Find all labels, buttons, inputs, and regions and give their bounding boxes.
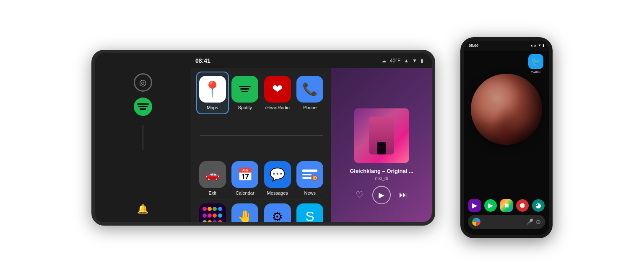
phone-screen: 🐦 Twitter ▶ ▶ ▦ ⏺ ◕ 🎤 ⊙	[464, 51, 549, 235]
scene: 08:41 ☁ 40°F ▲ ▼ ▮ ◎	[66, 29, 578, 247]
messages-icon: 💬	[264, 161, 291, 188]
sidebar-spotify-button[interactable]	[134, 98, 152, 116]
grid-divider-1	[200, 135, 323, 136]
settings-icon: ⚙	[264, 203, 291, 222]
app-reminder[interactable]: 🤚 Reminder	[229, 200, 262, 222]
colorful-app-icon[interactable]: ▦	[500, 199, 513, 212]
weather-icon: ☁	[382, 58, 387, 64]
play-button[interactable]: ▶	[372, 186, 391, 204]
app-calendar[interactable]: 📅 Calendar	[229, 157, 262, 200]
car-display: 08:41 ☁ 40°F ▲ ▼ ▮ ◎	[91, 50, 435, 226]
podcasts-icon	[199, 203, 226, 222]
circle-icon: ◎	[139, 77, 146, 87]
svg-point-6	[314, 177, 316, 178]
maps-label: Maps	[207, 105, 218, 110]
teal-app-icon[interactable]: ◕	[532, 199, 545, 212]
sidebar-divider	[143, 125, 143, 150]
home-button[interactable]: ◎	[134, 73, 152, 92]
status-time: 08:41	[195, 57, 210, 64]
calendar-icon: 📅	[231, 161, 258, 188]
phone-label: Phone	[303, 105, 317, 110]
app-grid: 📍 Maps Spotify ❤	[196, 72, 326, 222]
google-logo	[472, 218, 480, 226]
now-playing-panel: Gleichklang – Original ... niki_di ♡ ▶ ⏭	[331, 68, 432, 222]
playback-controls: ♡ ▶ ⏭	[356, 186, 408, 204]
app-skype[interactable]: S Skype	[294, 200, 327, 222]
spotify-label: Spotify	[238, 105, 252, 110]
news-icon	[296, 161, 323, 188]
iheartradio-icon: ❤	[264, 76, 291, 103]
svg-rect-0	[302, 170, 317, 172]
status-bar: 08:41 ☁ 40°F ▲ ▼ ▮	[95, 53, 432, 68]
phone-battery-icon: ▮	[543, 44, 544, 47]
phone-dock: ▶ ▶ ▦ ⏺ ◕	[464, 199, 549, 212]
spotify-icon	[137, 103, 149, 110]
svg-rect-1	[302, 174, 312, 175]
green-app-icon[interactable]: ▶	[484, 199, 497, 212]
phone-wifi-icon: ▼	[538, 44, 541, 47]
planet-area	[471, 74, 542, 145]
app-spotify[interactable]: Spotify	[229, 72, 262, 114]
google-search-bar[interactable]: 🎤 ⊙	[468, 215, 545, 229]
planet-texture	[471, 74, 542, 145]
app-iheartradio[interactable]: ❤ iHeartRadio	[261, 72, 294, 114]
spotify-bars	[239, 86, 251, 92]
temperature: 40°F	[390, 58, 400, 64]
twitter-icon: 🐦	[528, 54, 543, 69]
search-lens-icon[interactable]: ⊙	[536, 218, 541, 225]
news-label: News	[304, 190, 316, 195]
phone-status-bar: 05:00 ▲▲ ▼ ▮	[464, 41, 549, 51]
app-maps[interactable]: 📍 Maps	[196, 72, 229, 114]
exit-icon: 🚗	[199, 161, 226, 188]
track-artist: niki_di	[350, 176, 413, 181]
phone-signal-icon: ▲▲	[530, 44, 537, 47]
app-exit[interactable]: 🚗 Exit	[196, 157, 229, 200]
skip-button[interactable]: ⏭	[399, 190, 408, 200]
search-mic-icon[interactable]: 🎤	[526, 218, 533, 225]
heart-button[interactable]: ♡	[356, 190, 364, 200]
sidebar-top: ◎	[134, 73, 152, 154]
red-app-icon[interactable]: ⏺	[516, 199, 529, 212]
skype-icon: S	[296, 203, 323, 222]
track-title: Gleichklang – Original ...	[350, 168, 413, 174]
signal-icon: ▲	[404, 58, 409, 64]
app-settings[interactable]: ⚙ Settings	[261, 200, 294, 222]
planet	[471, 74, 542, 145]
phone: 05:00 ▲▲ ▼ ▮ 🐦 Twitter ▶ ▶	[460, 37, 553, 238]
spotify-icon	[231, 76, 258, 103]
svg-rect-2	[302, 177, 312, 179]
app-news[interactable]: News	[294, 157, 327, 200]
main-content: ◎ 🔔 🎤	[95, 68, 432, 222]
app-podcasts[interactable]: Podcasts	[196, 200, 229, 222]
calendar-label: Calendar	[236, 190, 254, 195]
wifi-icon: ▼	[412, 58, 417, 64]
track-info: Gleichklang – Original ... niki_di	[350, 168, 413, 181]
phone-status-icons: ▲▲ ▼ ▮	[530, 44, 544, 47]
app-messages[interactable]: 💬 Messages	[261, 157, 294, 200]
twitter-app-icon[interactable]: 🐦 Twitter	[528, 54, 543, 74]
phone-time: 05:00	[469, 44, 478, 48]
maps-icon: 📍	[199, 76, 226, 103]
album-art	[354, 108, 409, 163]
phone-icon: 📞	[296, 76, 323, 103]
app-phone[interactable]: 📞 Phone	[294, 72, 327, 114]
sidebar: ◎ 🔔 🎤	[95, 68, 191, 222]
status-right: ☁ 40°F ▲ ▼ ▮	[382, 58, 423, 64]
album-figure	[369, 117, 394, 154]
roku-icon[interactable]: ▶	[468, 199, 481, 212]
reminder-icon: 🤚	[231, 203, 258, 222]
battery-icon: ▮	[421, 58, 423, 64]
iheartradio-label: iHeartRadio	[265, 105, 290, 110]
exit-label: Exit	[209, 190, 216, 195]
sidebar-bottom: 🔔 🎤	[136, 204, 150, 222]
bell-icon[interactable]: 🔔	[137, 204, 148, 215]
messages-label: Messages	[267, 190, 288, 195]
app-grid-area: 📍 Maps Spotify ❤	[191, 68, 331, 222]
